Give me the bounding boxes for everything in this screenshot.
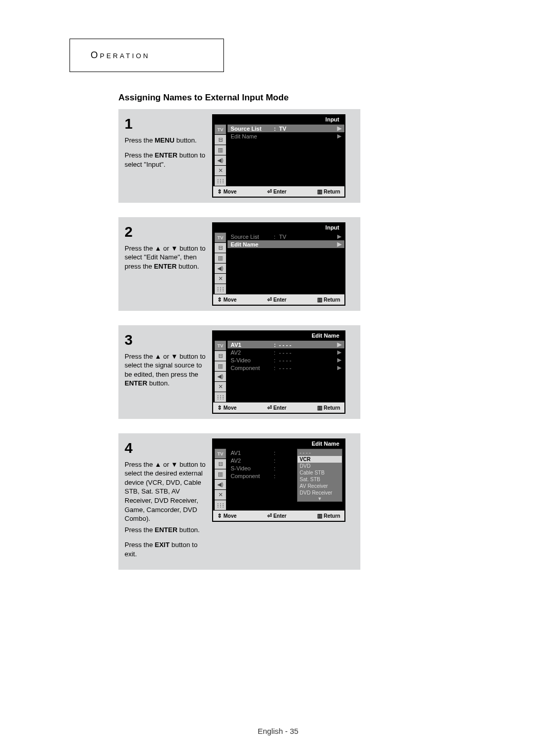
osd-legend: ⇕Move ⏎Enter ▥Return xyxy=(213,402,344,413)
osd-legend: ⇕Move ⏎Enter ▥Return xyxy=(213,186,344,197)
channel-icon: ✕ xyxy=(215,382,226,392)
step-3-text: 3 Press the ▲ or ▼ button to select the … xyxy=(125,330,207,394)
input-icon: ⊟ xyxy=(215,459,226,469)
step-2: 2 Press the ▲ or ▼ button to select "Edi… xyxy=(118,217,360,311)
channel-icon: ✕ xyxy=(215,166,226,175)
input-icon: ⊟ xyxy=(215,135,226,145)
step-number: 1 xyxy=(125,114,207,134)
chevron-right-icon: ▶ xyxy=(334,357,341,363)
osd-row-edit-name[interactable]: Edit Name ▶ xyxy=(228,132,344,140)
osd-menu-1: Input TV ⊟ ▥ ◀) ✕ ᎒᎒᎒ Source List : xyxy=(212,114,345,198)
setup-icon: ᎒᎒᎒ xyxy=(215,392,226,402)
setup-icon: ᎒᎒᎒ xyxy=(215,176,226,186)
osd-row-av2[interactable]: AV2:- - - -▶ xyxy=(228,348,344,356)
page-footer: English - 35 xyxy=(0,727,556,735)
osd-legend: ⇕Move ⏎Enter ▥Return xyxy=(213,511,344,521)
osd-list: Source List : TV ▶ Edit Name ▶ xyxy=(228,125,344,186)
osd-title: Input xyxy=(325,116,339,122)
enter-icon: ⏎ xyxy=(267,405,272,411)
osd-row-source-list[interactable]: Source List : TV ▶ xyxy=(228,125,344,132)
device-dropdown[interactable]: - - - - VCR DVD Cable STB Sat. STB AV Re… xyxy=(297,449,342,502)
updown-icon: ⇕ xyxy=(217,405,222,411)
osd-title: Edit Name xyxy=(311,332,339,339)
tv-icon: TV xyxy=(215,449,226,459)
osd-list: Source List : TV ▶ Edit Name ▶ xyxy=(228,233,344,294)
dropdown-item-selected[interactable]: VCR xyxy=(298,456,342,463)
picture-icon: ▥ xyxy=(215,253,226,263)
sound-icon: ◀) xyxy=(215,155,226,165)
osd-title: Input xyxy=(325,224,339,231)
step-1: 1 Press the MENU button. Press the ENTER… xyxy=(118,109,360,203)
chevron-right-icon: ▶ xyxy=(334,364,341,371)
page-heading: Assigning Names to External Input Mode xyxy=(118,93,360,103)
tv-icon: TV xyxy=(215,341,226,350)
input-icon: ⊟ xyxy=(215,351,226,361)
enter-icon: ⏎ xyxy=(267,296,272,303)
osd-menu-2: Input TV ⊟ ▥ ◀) ✕ ᎒᎒᎒ Source List : xyxy=(212,222,345,306)
dropdown-item[interactable]: DVD Receiver xyxy=(298,489,342,496)
osd-menu-4: Edit Name TV ⊟ ▥ ◀) ✕ ᎒᎒᎒ AV1: xyxy=(212,438,345,522)
step-2-text: 2 Press the ▲ or ▼ button to select "Edi… xyxy=(125,222,207,277)
chevron-right-icon: ▶ xyxy=(334,349,341,356)
picture-icon: ▥ xyxy=(215,361,226,371)
osd-row-edit-name[interactable]: Edit Name ▶ xyxy=(228,240,344,248)
chevron-right-icon: ▶ xyxy=(334,241,341,248)
osd-list: AV1:- - - -▶ AV2:- - - -▶ S-Video:- - - … xyxy=(228,341,344,402)
channel-icon: ✕ xyxy=(215,274,226,284)
dropdown-item[interactable]: AV Receiver xyxy=(298,483,342,489)
step-number: 4 xyxy=(125,438,207,458)
osd-row-svideo[interactable]: S-Video:- - - -▶ xyxy=(228,356,344,364)
picture-icon: ▥ xyxy=(215,145,226,155)
channel-icon: ✕ xyxy=(215,490,226,500)
chevron-right-icon: ▶ xyxy=(334,233,341,240)
osd-menu-3: Edit Name TV ⊟ ▥ ◀) ✕ ᎒᎒᎒ AV1:- - - -▶ xyxy=(212,330,345,414)
step-number: 3 xyxy=(125,330,207,350)
enter-icon: ⏎ xyxy=(267,188,272,195)
osd-row-source-list[interactable]: Source List : TV ▶ xyxy=(228,233,344,240)
sound-icon: ◀) xyxy=(215,263,226,273)
section-header: Operation xyxy=(91,50,150,61)
return-icon: ▥ xyxy=(317,513,322,519)
step-number: 2 xyxy=(125,222,207,242)
osd-row-component[interactable]: Component:- - - -▶ xyxy=(228,364,344,372)
step-4-text: 4 Press the ▲ or ▼ button to select the … xyxy=(125,438,207,565)
setup-icon: ᎒᎒᎒ xyxy=(215,284,226,294)
step-3: 3 Press the ▲ or ▼ button to select the … xyxy=(118,325,360,419)
setup-icon: ᎒᎒᎒ xyxy=(215,500,226,510)
osd-icon-column: TV ⊟ ▥ ◀) ✕ ᎒᎒᎒ xyxy=(213,233,228,294)
input-icon: ⊟ xyxy=(215,243,226,253)
sound-icon: ◀) xyxy=(215,480,226,489)
step-1-text: 1 Press the MENU button. Press the ENTER… xyxy=(125,114,207,175)
dropdown-item[interactable]: - - - - xyxy=(298,449,342,456)
chevron-right-icon: ▶ xyxy=(334,133,341,139)
enter-icon: ⏎ xyxy=(267,513,272,519)
dropdown-item[interactable]: Sat. STB xyxy=(298,476,342,483)
picture-icon: ▥ xyxy=(215,469,226,479)
chevron-right-icon: ▶ xyxy=(334,125,341,132)
osd-icon-column: TV ⊟ ▥ ◀) ✕ ᎒᎒᎒ xyxy=(213,125,228,186)
osd-icon-column: TV ⊟ ▥ ◀) ✕ ᎒᎒᎒ xyxy=(213,341,228,402)
chevron-down-icon[interactable]: ▼ xyxy=(298,496,342,501)
chevron-right-icon: ▶ xyxy=(334,341,341,348)
dropdown-item[interactable]: DVD xyxy=(298,463,342,469)
osd-title: Edit Name xyxy=(311,441,339,447)
dropdown-item[interactable]: Cable STB xyxy=(298,469,342,476)
return-icon: ▥ xyxy=(317,405,322,411)
osd-icon-column: TV ⊟ ▥ ◀) ✕ ᎒᎒᎒ xyxy=(213,449,228,511)
updown-icon: ⇕ xyxy=(217,296,222,303)
step-4: 4 Press the ▲ or ▼ button to select the … xyxy=(118,433,360,570)
updown-icon: ⇕ xyxy=(217,188,222,195)
osd-legend: ⇕Move ⏎Enter ▥Return xyxy=(213,294,344,305)
return-icon: ▥ xyxy=(317,296,322,303)
return-icon: ▥ xyxy=(317,188,322,195)
osd-row-av1[interactable]: AV1:- - - -▶ xyxy=(228,341,344,348)
tv-icon: TV xyxy=(215,125,226,134)
tv-icon: TV xyxy=(215,233,226,242)
updown-icon: ⇕ xyxy=(217,513,222,519)
sound-icon: ◀) xyxy=(215,372,226,381)
section-header-box: Operation xyxy=(70,39,224,72)
